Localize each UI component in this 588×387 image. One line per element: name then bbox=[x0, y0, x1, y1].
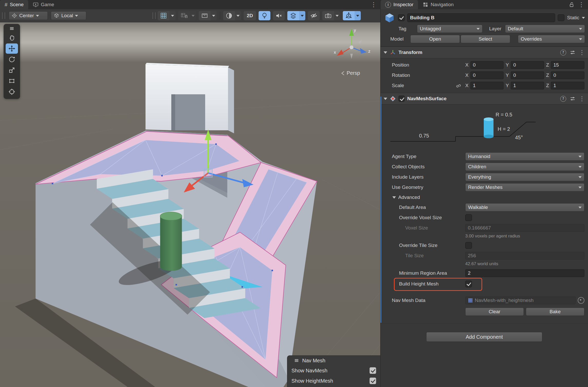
collect-objects-dropdown[interactable]: Children bbox=[465, 163, 584, 171]
tag-dropdown[interactable]: Untagged bbox=[417, 25, 482, 33]
eye-slash-icon bbox=[310, 12, 318, 20]
tile-size-value: 256 bbox=[468, 253, 476, 259]
transform-header[interactable]: Transform ? ⋮ bbox=[381, 47, 588, 58]
component-menu-icon[interactable]: ⋮ bbox=[579, 49, 585, 56]
navmeshsurface-header[interactable]: NavMeshSurface ? ⋮ bbox=[381, 93, 588, 105]
navmesh-display-panel: Nav Mesh Show NavMesh Show HeightMesh bbox=[287, 355, 380, 387]
gizmos-button[interactable] bbox=[343, 11, 361, 20]
rotate-tool[interactable] bbox=[6, 54, 18, 64]
component-focus-accent bbox=[381, 97, 381, 323]
navmesh-panel-header[interactable]: Nav Mesh bbox=[287, 356, 380, 365]
y-axis-cone[interactable] bbox=[349, 29, 354, 36]
scene-camera-button[interactable] bbox=[322, 11, 340, 20]
gameobject-enabled-checkbox[interactable] bbox=[398, 14, 405, 21]
projection-toggle[interactable]: Persp bbox=[329, 70, 372, 76]
bake-button[interactable]: Bake bbox=[526, 308, 584, 316]
rotation-z-field[interactable]: 0 bbox=[551, 71, 584, 79]
default-area-dropdown[interactable]: Walkable bbox=[465, 203, 584, 211]
prefab-cube-icon[interactable] bbox=[384, 12, 395, 24]
navmeshsurface-enabled-checkbox[interactable] bbox=[399, 96, 405, 102]
include-layers-dropdown[interactable]: Everything bbox=[465, 173, 584, 181]
rotate-icon bbox=[8, 56, 15, 63]
add-component-button[interactable]: Add Component bbox=[426, 332, 542, 342]
tab-game[interactable]: Game bbox=[28, 0, 59, 9]
grid-snapping-button[interactable] bbox=[178, 11, 196, 20]
inspector-tab-zone: i Inspector Navigation ⋮ bbox=[381, 0, 588, 9]
foldout-arrow-icon[interactable] bbox=[384, 51, 387, 54]
clear-button[interactable]: Clear bbox=[465, 308, 524, 316]
cube-icon bbox=[54, 13, 59, 19]
scale-y-field[interactable]: 1 bbox=[511, 82, 544, 89]
override-tile-size-checkbox[interactable] bbox=[465, 242, 472, 249]
scale-z-field[interactable]: 1 bbox=[551, 82, 584, 89]
gameobject-name-field[interactable]: Building B bbox=[407, 13, 555, 22]
position-x-field[interactable]: 0 bbox=[470, 61, 504, 69]
palette-menu-icon[interactable] bbox=[4, 25, 20, 32]
nav-mesh-data-field[interactable]: NavMesh-with_heightmesh bbox=[465, 297, 576, 304]
scene-panel-menu-icon[interactable]: ⋮ bbox=[367, 2, 380, 8]
2d-toggle-button[interactable]: 2D bbox=[244, 11, 256, 20]
position-y-field[interactable]: 0 bbox=[511, 61, 544, 69]
scale-tool[interactable] bbox=[6, 65, 18, 75]
toolbar-drag-handle[interactable] bbox=[153, 12, 156, 19]
rect-tool[interactable] bbox=[6, 76, 18, 86]
inspector-panel-menu-icon[interactable]: ⋮ bbox=[578, 2, 584, 8]
show-navmesh-checkbox[interactable] bbox=[369, 367, 376, 374]
tab-scene-label: Scene bbox=[10, 2, 24, 7]
toolbar-drag-handle[interactable] bbox=[2, 12, 5, 19]
use-geometry-label: Use Geometry bbox=[392, 185, 465, 190]
build-height-mesh-checkbox[interactable] bbox=[465, 281, 472, 287]
move-tool[interactable] bbox=[6, 43, 18, 54]
help-icon[interactable]: ? bbox=[560, 50, 566, 56]
model-open-button[interactable]: Open bbox=[410, 35, 460, 43]
foldout-arrow-icon[interactable] bbox=[384, 98, 387, 100]
lock-icon[interactable] bbox=[569, 2, 574, 7]
object-picker-icon[interactable] bbox=[578, 297, 584, 304]
use-geometry-dropdown[interactable]: Render Meshes bbox=[465, 183, 584, 191]
static-checkbox[interactable] bbox=[558, 14, 564, 21]
scene-visibility-button[interactable] bbox=[308, 11, 320, 20]
position-z-field[interactable]: 15 bbox=[551, 61, 584, 69]
scene-effects-button[interactable] bbox=[287, 11, 305, 20]
scene-lighting-button[interactable] bbox=[259, 11, 270, 20]
component-menu-icon[interactable]: ⋮ bbox=[579, 95, 585, 102]
chevron-down-icon bbox=[578, 207, 582, 208]
agent-type-dropdown[interactable]: Humanoid bbox=[465, 152, 584, 161]
chevron-down-icon bbox=[192, 15, 195, 17]
grid-visibility-button[interactable] bbox=[158, 11, 176, 20]
pivot-mode-dropdown[interactable]: Center bbox=[9, 11, 48, 20]
rotation-x-field[interactable]: 0 bbox=[470, 71, 504, 79]
scene-audio-button[interactable] bbox=[273, 11, 285, 20]
overrides-dropdown[interactable]: Overrides bbox=[518, 35, 585, 43]
foldout-arrow-icon bbox=[392, 196, 396, 199]
orientation-gizmo[interactable]: x y z bbox=[330, 25, 373, 69]
z-axis-cone[interactable] bbox=[360, 48, 367, 54]
ruler-button[interactable] bbox=[199, 11, 217, 20]
advanced-foldout[interactable]: Advanced bbox=[381, 192, 588, 202]
scene-viewport[interactable]: x y z Persp Nav Mesh Show NavMesh bbox=[0, 22, 380, 387]
persp-chevron-icon bbox=[341, 71, 345, 76]
model-select-button[interactable]: Select bbox=[461, 35, 510, 43]
tab-navigation[interactable]: Navigation bbox=[418, 0, 458, 9]
x-axis-cone[interactable] bbox=[337, 50, 344, 56]
hand-tool[interactable] bbox=[6, 33, 18, 43]
tab-inspector[interactable]: i Inspector bbox=[381, 0, 418, 9]
override-voxel-size-checkbox[interactable] bbox=[465, 214, 472, 221]
override-voxel-size-label: Override Voxel Size bbox=[392, 215, 465, 220]
presets-icon[interactable] bbox=[570, 96, 575, 102]
show-heightmesh-checkbox[interactable] bbox=[369, 377, 376, 384]
tab-scene[interactable]: # Scene bbox=[0, 0, 28, 9]
rotation-y-field[interactable]: 0 bbox=[511, 71, 544, 79]
scale-label: Scale bbox=[392, 83, 465, 88]
collect-objects-label: Collect Objects bbox=[392, 164, 465, 170]
minimum-region-area-field[interactable]: 2 bbox=[465, 269, 584, 277]
presets-icon[interactable] bbox=[570, 50, 575, 55]
constrain-proportions-link-icon[interactable] bbox=[456, 83, 461, 88]
scale-x-field[interactable]: 1 bbox=[470, 82, 504, 89]
layer-dropdown[interactable]: Default bbox=[505, 25, 585, 33]
help-icon[interactable]: ? bbox=[560, 96, 566, 102]
shading-mode-button[interactable] bbox=[223, 11, 241, 20]
static-flags-chevron-icon[interactable] bbox=[582, 17, 585, 19]
transform-tool[interactable] bbox=[6, 87, 18, 97]
orientation-dropdown[interactable]: Local bbox=[51, 11, 86, 20]
